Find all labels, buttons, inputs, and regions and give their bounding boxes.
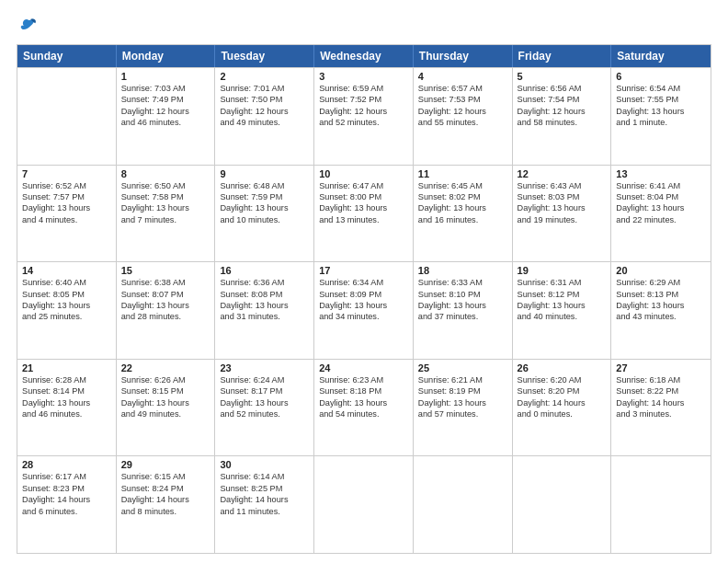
- calendar-cell: 30Sunrise: 6:14 AM Sunset: 8:25 PM Dayli…: [215, 456, 314, 553]
- day-info: Sunrise: 6:57 AM Sunset: 7:53 PM Dayligh…: [418, 83, 507, 129]
- day-number: 17: [319, 265, 408, 276]
- calendar-cell: 22Sunrise: 6:26 AM Sunset: 8:15 PM Dayli…: [117, 360, 216, 456]
- day-info: Sunrise: 6:41 AM Sunset: 8:04 PM Dayligh…: [616, 180, 706, 226]
- calendar-cell: 16Sunrise: 6:36 AM Sunset: 8:08 PM Dayli…: [215, 262, 314, 359]
- calendar-header-cell: Wednesday: [314, 45, 414, 67]
- day-info: Sunrise: 6:38 AM Sunset: 8:07 PM Dayligh…: [121, 277, 210, 323]
- day-info: Sunrise: 6:34 AM Sunset: 8:09 PM Dayligh…: [319, 277, 408, 323]
- header: [17, 17, 711, 37]
- day-number: 24: [319, 362, 408, 373]
- calendar-header-cell: Sunday: [17, 45, 117, 67]
- day-number: 18: [418, 265, 507, 276]
- day-number: 29: [121, 459, 210, 470]
- calendar-header-cell: Tuesday: [215, 45, 314, 67]
- calendar-row: 14Sunrise: 6:40 AM Sunset: 8:05 PM Dayli…: [17, 261, 711, 359]
- calendar-cell: 5Sunrise: 6:56 AM Sunset: 7:54 PM Daylig…: [513, 68, 612, 165]
- calendar-cell: 10Sunrise: 6:47 AM Sunset: 8:00 PM Dayli…: [314, 166, 414, 262]
- calendar-row: 28Sunrise: 6:17 AM Sunset: 8:23 PM Dayli…: [17, 455, 711, 553]
- day-info: Sunrise: 6:23 AM Sunset: 8:18 PM Dayligh…: [319, 374, 408, 420]
- day-info: Sunrise: 6:18 AM Sunset: 8:22 PM Dayligh…: [616, 374, 706, 420]
- day-info: Sunrise: 7:01 AM Sunset: 7:50 PM Dayligh…: [220, 83, 309, 129]
- calendar-cell: 25Sunrise: 6:21 AM Sunset: 8:19 PM Dayli…: [414, 360, 513, 456]
- day-number: 5: [518, 71, 607, 82]
- calendar-body: 1Sunrise: 7:03 AM Sunset: 7:49 PM Daylig…: [17, 67, 711, 553]
- day-info: Sunrise: 6:28 AM Sunset: 8:14 PM Dayligh…: [22, 374, 111, 420]
- calendar-cell: 21Sunrise: 6:28 AM Sunset: 8:14 PM Dayli…: [17, 360, 117, 456]
- day-number: 11: [418, 168, 507, 179]
- calendar-cell: [611, 456, 711, 553]
- day-number: 28: [22, 459, 111, 470]
- page: SundayMondayTuesdayWednesdayThursdayFrid…: [0, 0, 728, 563]
- day-number: 10: [319, 168, 408, 179]
- day-info: Sunrise: 7:03 AM Sunset: 7:49 PM Dayligh…: [121, 83, 210, 129]
- day-info: Sunrise: 6:14 AM Sunset: 8:25 PM Dayligh…: [220, 471, 309, 517]
- day-info: Sunrise: 6:21 AM Sunset: 8:19 PM Dayligh…: [418, 374, 507, 420]
- calendar-cell: 20Sunrise: 6:29 AM Sunset: 8:13 PM Dayli…: [611, 262, 711, 359]
- calendar-cell: 28Sunrise: 6:17 AM Sunset: 8:23 PM Dayli…: [17, 456, 117, 553]
- calendar-cell: 2Sunrise: 7:01 AM Sunset: 7:50 PM Daylig…: [215, 68, 314, 165]
- calendar-cell: 24Sunrise: 6:23 AM Sunset: 8:18 PM Dayli…: [314, 360, 414, 456]
- day-number: 19: [518, 265, 607, 276]
- calendar-cell: 13Sunrise: 6:41 AM Sunset: 8:04 PM Dayli…: [611, 166, 711, 262]
- day-number: 21: [22, 362, 111, 373]
- day-info: Sunrise: 6:26 AM Sunset: 8:15 PM Dayligh…: [121, 374, 210, 420]
- calendar-cell: [17, 68, 117, 165]
- calendar-cell: 26Sunrise: 6:20 AM Sunset: 8:20 PM Dayli…: [513, 360, 612, 456]
- calendar-header-row: SundayMondayTuesdayWednesdayThursdayFrid…: [17, 45, 711, 67]
- day-info: Sunrise: 6:50 AM Sunset: 7:58 PM Dayligh…: [121, 180, 210, 226]
- day-number: 6: [616, 71, 706, 82]
- day-number: 9: [220, 168, 309, 179]
- calendar-cell: [314, 456, 414, 553]
- day-number: 25: [418, 362, 507, 373]
- calendar-cell: 9Sunrise: 6:48 AM Sunset: 7:59 PM Daylig…: [215, 166, 314, 262]
- day-number: 14: [22, 265, 111, 276]
- day-number: 8: [121, 168, 210, 179]
- calendar-cell: 15Sunrise: 6:38 AM Sunset: 8:07 PM Dayli…: [117, 262, 216, 359]
- day-info: Sunrise: 6:59 AM Sunset: 7:52 PM Dayligh…: [319, 83, 408, 129]
- day-number: 20: [616, 265, 706, 276]
- calendar-header-cell: Thursday: [414, 45, 513, 67]
- day-info: Sunrise: 6:48 AM Sunset: 7:59 PM Dayligh…: [220, 180, 309, 226]
- day-number: 16: [220, 265, 309, 276]
- day-info: Sunrise: 6:40 AM Sunset: 8:05 PM Dayligh…: [22, 277, 111, 323]
- day-info: Sunrise: 6:24 AM Sunset: 8:17 PM Dayligh…: [220, 374, 309, 420]
- calendar-cell: 8Sunrise: 6:50 AM Sunset: 7:58 PM Daylig…: [117, 166, 216, 262]
- calendar-cell: 11Sunrise: 6:45 AM Sunset: 8:02 PM Dayli…: [414, 166, 513, 262]
- calendar-cell: 19Sunrise: 6:31 AM Sunset: 8:12 PM Dayli…: [513, 262, 612, 359]
- day-number: 26: [518, 362, 607, 373]
- day-number: 27: [616, 362, 706, 373]
- day-info: Sunrise: 6:36 AM Sunset: 8:08 PM Dayligh…: [220, 277, 309, 323]
- calendar-cell: [513, 456, 612, 553]
- day-number: 3: [319, 71, 408, 82]
- calendar-cell: 23Sunrise: 6:24 AM Sunset: 8:17 PM Dayli…: [215, 360, 314, 456]
- logo-text: [17, 17, 39, 37]
- day-info: Sunrise: 6:56 AM Sunset: 7:54 PM Dayligh…: [518, 83, 607, 129]
- calendar-header-cell: Monday: [117, 45, 216, 67]
- day-info: Sunrise: 6:31 AM Sunset: 8:12 PM Dayligh…: [518, 277, 607, 323]
- calendar-cell: 6Sunrise: 6:54 AM Sunset: 7:55 PM Daylig…: [611, 68, 711, 165]
- day-number: 4: [418, 71, 507, 82]
- day-number: 23: [220, 362, 309, 373]
- calendar-cell: 17Sunrise: 6:34 AM Sunset: 8:09 PM Dayli…: [314, 262, 414, 359]
- calendar-row: 7Sunrise: 6:52 AM Sunset: 7:57 PM Daylig…: [17, 165, 711, 262]
- day-info: Sunrise: 6:47 AM Sunset: 8:00 PM Dayligh…: [319, 180, 408, 226]
- day-info: Sunrise: 6:45 AM Sunset: 8:02 PM Dayligh…: [418, 180, 507, 226]
- calendar-cell: 1Sunrise: 7:03 AM Sunset: 7:49 PM Daylig…: [117, 68, 216, 165]
- day-info: Sunrise: 6:43 AM Sunset: 8:03 PM Dayligh…: [518, 180, 607, 226]
- day-number: 12: [518, 168, 607, 179]
- calendar-cell: 27Sunrise: 6:18 AM Sunset: 8:22 PM Dayli…: [611, 360, 711, 456]
- calendar-cell: 18Sunrise: 6:33 AM Sunset: 8:10 PM Dayli…: [414, 262, 513, 359]
- day-info: Sunrise: 6:15 AM Sunset: 8:24 PM Dayligh…: [121, 471, 210, 517]
- calendar-cell: 3Sunrise: 6:59 AM Sunset: 7:52 PM Daylig…: [314, 68, 414, 165]
- logo: [17, 17, 39, 37]
- day-info: Sunrise: 6:29 AM Sunset: 8:13 PM Dayligh…: [616, 277, 706, 323]
- day-number: 7: [22, 168, 111, 179]
- day-number: 2: [220, 71, 309, 82]
- day-info: Sunrise: 6:52 AM Sunset: 7:57 PM Dayligh…: [22, 180, 111, 226]
- day-info: Sunrise: 6:33 AM Sunset: 8:10 PM Dayligh…: [418, 277, 507, 323]
- day-number: 30: [220, 459, 309, 470]
- day-number: 15: [121, 265, 210, 276]
- calendar-cell: 29Sunrise: 6:15 AM Sunset: 8:24 PM Dayli…: [117, 456, 216, 553]
- calendar-row: 1Sunrise: 7:03 AM Sunset: 7:49 PM Daylig…: [17, 67, 711, 165]
- logo-bird-icon: [18, 17, 39, 37]
